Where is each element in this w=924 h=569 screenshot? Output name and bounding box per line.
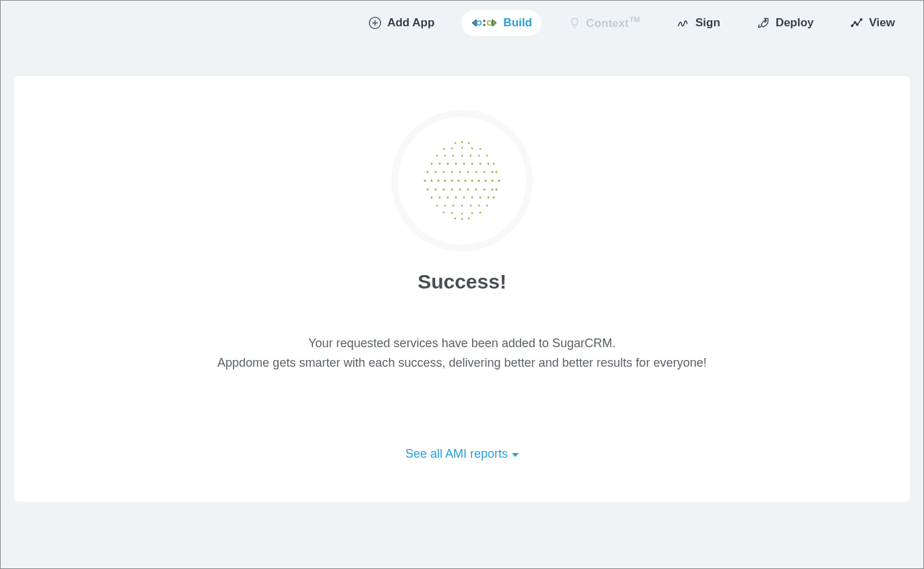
svg-point-25: [435, 171, 437, 173]
svg-point-26: [443, 171, 445, 173]
svg-point-64: [453, 155, 455, 157]
svg-point-33: [496, 171, 498, 173]
svg-point-21: [484, 179, 486, 181]
svg-point-18: [464, 179, 466, 181]
svg-point-38: [459, 189, 461, 191]
globe-frame: [391, 110, 533, 251]
svg-point-28: [459, 171, 461, 173]
svg-point-60: [488, 197, 490, 199]
svg-point-9: [854, 22, 856, 24]
svg-point-62: [436, 155, 438, 157]
success-message-line2: Appdome gets smarter with each success, …: [41, 353, 883, 373]
success-message-line1: Your requested services have been added …: [41, 334, 883, 353]
globe-icon: [418, 137, 506, 224]
svg-point-72: [461, 205, 463, 207]
svg-point-79: [471, 148, 473, 150]
nav-build[interactable]: Build: [461, 10, 542, 36]
svg-point-84: [471, 212, 473, 214]
svg-point-5: [484, 24, 485, 26]
svg-point-47: [455, 163, 457, 165]
svg-point-68: [486, 155, 488, 157]
rocket-icon: [757, 16, 770, 30]
svg-point-16: [451, 179, 453, 181]
reports-link-label: See all AMI reports: [405, 447, 508, 461]
svg-point-73: [470, 205, 472, 207]
svg-rect-3: [477, 21, 481, 25]
svg-point-54: [439, 197, 441, 199]
svg-point-70: [444, 205, 446, 207]
nav-context: ContextTM: [559, 10, 649, 36]
svg-point-43: [496, 189, 498, 191]
svg-point-10: [856, 24, 858, 26]
svg-point-82: [451, 212, 453, 214]
svg-point-65: [461, 155, 463, 157]
svg-point-89: [455, 218, 457, 220]
svg-point-53: [431, 197, 433, 199]
svg-point-14: [437, 179, 439, 181]
svg-point-87: [461, 142, 463, 144]
svg-point-56: [455, 197, 457, 199]
svg-point-17: [457, 179, 459, 181]
svg-point-81: [443, 212, 445, 214]
success-title: Success!: [41, 270, 883, 293]
svg-point-52: [493, 163, 495, 165]
nav-label: ContextTM: [586, 16, 640, 30]
svg-point-58: [471, 197, 473, 199]
svg-point-88: [468, 142, 470, 144]
top-nav: Add App Build ContextTM Sign: [1, 1, 923, 49]
svg-point-90: [461, 218, 463, 220]
svg-point-91: [468, 218, 470, 220]
svg-point-30: [475, 171, 478, 173]
svg-point-71: [453, 205, 455, 207]
svg-point-61: [493, 197, 495, 199]
svg-point-46: [447, 163, 449, 165]
success-card: Success! Your requested services have be…: [14, 76, 910, 502]
svg-point-57: [463, 197, 465, 199]
svg-point-13: [430, 179, 432, 181]
svg-point-48: [463, 163, 465, 165]
nav-label: Build: [503, 16, 532, 30]
see-reports-link[interactable]: See all AMI reports: [405, 447, 519, 461]
svg-point-45: [439, 163, 441, 165]
svg-point-76: [443, 148, 445, 150]
caret-down-icon: [512, 453, 519, 457]
signature-icon: [676, 16, 690, 30]
svg-point-36: [443, 189, 445, 191]
plus-circle-icon: [368, 16, 382, 30]
svg-point-51: [488, 163, 490, 165]
svg-point-27: [451, 171, 453, 173]
nav-deploy[interactable]: Deploy: [747, 11, 824, 35]
nav-label: Add App: [387, 16, 434, 30]
svg-point-15: [444, 179, 446, 181]
svg-point-12: [424, 179, 426, 181]
svg-point-31: [484, 171, 486, 173]
svg-point-29: [467, 171, 469, 173]
svg-point-67: [478, 155, 480, 157]
svg-point-63: [444, 155, 446, 157]
svg-point-50: [480, 163, 482, 165]
svg-point-77: [451, 148, 453, 150]
nav-sign[interactable]: Sign: [667, 11, 730, 35]
svg-point-40: [475, 189, 478, 191]
svg-point-80: [480, 148, 482, 150]
svg-point-35: [435, 189, 437, 191]
svg-point-37: [451, 189, 453, 191]
svg-point-74: [478, 205, 480, 207]
lightbulb-icon: [569, 16, 581, 30]
nav-label: Deploy: [776, 16, 814, 30]
nav-add-app[interactable]: Add App: [359, 11, 444, 35]
svg-rect-6: [488, 21, 492, 25]
svg-point-8: [851, 25, 853, 27]
svg-point-59: [480, 197, 482, 199]
svg-point-22: [491, 179, 493, 181]
svg-point-83: [461, 213, 463, 215]
svg-point-55: [447, 197, 449, 199]
svg-point-42: [492, 189, 494, 191]
build-icon: [471, 16, 498, 30]
svg-point-7: [764, 20, 766, 22]
svg-point-4: [484, 20, 485, 22]
svg-point-32: [492, 171, 494, 173]
nav-view[interactable]: View: [841, 11, 904, 35]
svg-point-11: [860, 19, 862, 21]
svg-point-23: [498, 179, 500, 181]
